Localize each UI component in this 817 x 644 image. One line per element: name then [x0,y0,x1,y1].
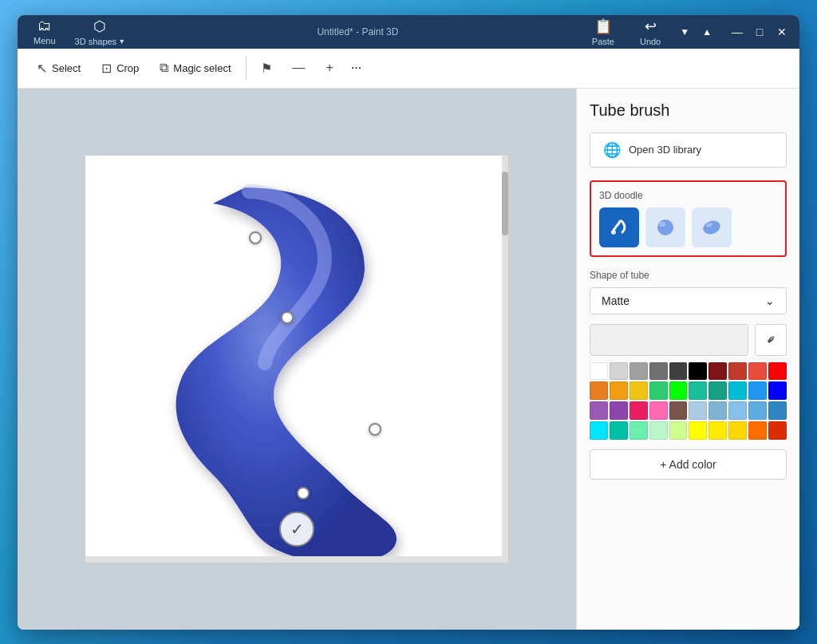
vertical-scrollbar[interactable] [502,156,508,563]
paste-button[interactable]: 📋 Paste [581,15,626,49]
color-swatch-16[interactable] [708,381,727,400]
color-swatch-7[interactable] [728,362,747,381]
color-swatch-18[interactable] [748,381,767,400]
color-swatch-36[interactable] [708,421,727,440]
matte-label: Matte [602,294,630,307]
color-swatch-37[interactable] [728,421,747,440]
color-swatch-3[interactable] [649,362,668,381]
color-swatch-23[interactable] [649,401,668,420]
minimize-button[interactable]: — [726,23,748,41]
color-swatch-39[interactable] [768,421,787,440]
color-swatch-13[interactable] [649,381,668,400]
horizontal-scrollbar[interactable] [85,556,502,563]
tube-shape [133,172,468,563]
minus-icon: — [293,61,306,75]
add-color-button[interactable]: + Add color [590,449,787,480]
library-icon: 🌐 [603,141,621,159]
color-swatch-0[interactable] [590,362,608,381]
main-area: ✓ Tube brush 🌐 Open 3D library 3D doodle [18,89,799,630]
matte-dropdown[interactable]: Matte ⌄ [590,287,787,314]
scrollbar-thumb[interactable] [502,172,508,235]
color-swatch-10[interactable] [590,381,608,400]
flag-tool[interactable]: ⚑ [251,56,282,81]
minus-tool[interactable]: — [283,56,315,80]
collapse-ribbon-btn[interactable]: ▲ [697,23,716,41]
doodle-tools [599,207,777,247]
color-swatch-19[interactable] [768,381,787,400]
color-swatch-14[interactable] [669,381,688,400]
select-label: Select [52,62,81,74]
eyedropper-button[interactable]: ✒ [755,324,787,356]
toolbar-divider [246,56,247,80]
open-3d-library-button[interactable]: 🌐 Open 3D library [590,132,787,168]
3d-shapes-button[interactable]: ⬡ 3D shapes ▼ [65,15,136,49]
more-tools-button[interactable]: ··· [345,57,368,78]
color-preview-row: ✒ [590,324,787,356]
color-swatch-31[interactable] [610,421,628,440]
select-icon: ↖ [37,61,47,76]
control-point-2[interactable] [281,311,294,324]
color-swatch-33[interactable] [649,421,668,440]
3d-shapes-icon: ⬡ [93,18,106,35]
control-point-1[interactable] [249,231,262,244]
select-tool[interactable]: ↖ Select [27,56,90,81]
inflate-icon [653,215,678,240]
inflate-tool[interactable] [645,207,685,247]
color-swatch-15[interactable] [689,381,707,400]
magic-select-icon: ⧉ [160,61,168,75]
crop-tool[interactable]: ⊡ Crop [92,56,148,81]
dropdown-arrow[interactable]: ▼ [675,23,694,41]
menu-label: Menu [34,36,56,45]
crop-label: Crop [116,62,139,74]
color-swatch-4[interactable] [669,362,688,381]
color-swatch-29[interactable] [768,401,787,420]
color-swatch-9[interactable] [768,362,787,381]
svg-point-1 [657,219,673,235]
color-swatch-28[interactable] [748,401,767,420]
color-swatch-17[interactable] [728,381,747,400]
control-point-3[interactable] [369,423,381,436]
menu-icon: 🗂 [37,18,52,34]
window-controls: — □ ✕ [726,23,793,41]
canvas-area[interactable]: ✓ [18,89,576,630]
canvas[interactable]: ✓ [85,156,508,563]
color-swatch-32[interactable] [630,421,648,440]
color-swatch-5[interactable] [689,362,707,381]
close-button[interactable]: ✕ [771,23,793,41]
flag-icon: ⚑ [261,61,272,76]
color-swatch-30[interactable] [590,421,608,440]
color-swatch-25[interactable] [689,401,707,420]
ribbon-actions: 📋 Paste ↩ Undo ▼ ▲ — □ ✕ [581,15,793,49]
menu-button[interactable]: 🗂 Menu [24,15,65,49]
color-swatch-2[interactable] [630,362,648,381]
color-swatch-1[interactable] [610,362,628,381]
panel-title: Tube brush [577,89,799,126]
color-swatch-38[interactable] [748,421,767,440]
3d-shapes-label: 3D shapes ▼ [75,37,126,46]
control-point-4[interactable] [297,487,310,500]
color-swatch-35[interactable] [689,421,707,440]
plus-tool[interactable]: + [317,56,343,80]
svg-point-3 [701,218,722,236]
svg-point-2 [659,222,665,227]
color-palette [590,362,787,441]
confirm-button[interactable]: ✓ [279,512,314,547]
undo-button[interactable]: ↩ Undo [629,15,672,49]
tube-brush-tool[interactable] [599,207,639,247]
maximize-button[interactable]: □ [748,23,771,41]
color-swatch-12[interactable] [630,381,648,400]
color-swatch-34[interactable] [669,421,688,440]
color-swatch-11[interactable] [610,381,628,400]
color-swatch-24[interactable] [669,401,688,420]
color-swatch-21[interactable] [610,401,628,420]
color-swatch-6[interactable] [708,362,727,381]
open-3d-library-label: Open 3D library [629,144,701,156]
color-swatch-22[interactable] [630,401,648,420]
color-swatch-26[interactable] [708,401,727,420]
color-swatch-8[interactable] [748,362,767,381]
color-swatch-27[interactable] [728,401,747,420]
color-preview-box[interactable] [590,324,748,356]
magic-select-tool[interactable]: ⧉ Magic select [150,56,240,80]
smear-tool[interactable] [692,207,732,247]
color-swatch-20[interactable] [590,401,608,420]
